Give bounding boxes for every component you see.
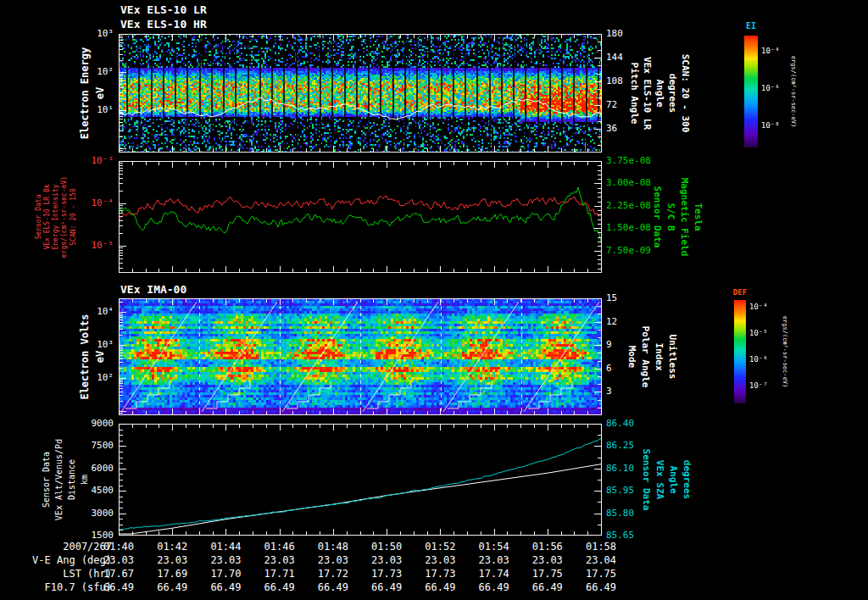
footer-value: 23.03 — [199, 555, 252, 565]
els-spectrogram-canvas — [119, 34, 602, 153]
y-tick-label: 6000 — [0, 464, 114, 473]
y-tick-label: 86.10 — [606, 464, 634, 473]
panel3-title: VEx IMA-00 — [120, 283, 186, 296]
y-tick-label: 10⁻³ — [0, 156, 114, 165]
els-y-axis-label: Electron Energy — [79, 47, 91, 139]
footer-value: 17.73 — [414, 569, 466, 579]
intensity-label-line: VEx ELS-10 LR Bk — [43, 184, 51, 249]
footer-value: 66.49 — [199, 582, 252, 592]
mode-label-line: Polar Angle — [640, 326, 651, 388]
footer-value: 66.49 — [360, 582, 413, 592]
footer-value: 23.03 — [414, 555, 466, 565]
y-tick-label: 7500 — [0, 441, 114, 450]
y-tick-label: 3.75e-08 — [606, 156, 651, 165]
y-tick-label: 6 — [606, 364, 612, 373]
y-tick-label: 10² — [0, 373, 114, 382]
time-tick-label: 01:42 — [146, 542, 198, 552]
colorbar-tick-label: 10⁻⁴ — [761, 47, 780, 55]
colorbar-tick-label: 10⁻⁴ — [749, 303, 768, 311]
footer-value: 17.72 — [307, 569, 359, 579]
mode-label-line: Mode — [626, 346, 637, 369]
sza-label-line: Angle — [668, 465, 679, 493]
y-tick-label: 36 — [606, 124, 617, 133]
y-tick-label: 7.50e-09 — [606, 246, 651, 255]
y-tick-label: 72 — [606, 100, 617, 109]
altitude-sza-canvas — [119, 424, 602, 536]
footer-value: 23.03 — [253, 555, 306, 565]
mode-label-line: Unitless — [667, 335, 678, 380]
sza-label-line: VEx SZA — [654, 460, 665, 499]
colorbar-tick-label: 10⁻⁶ — [761, 85, 780, 92]
y-tick-label: 3 — [606, 386, 612, 396]
time-tick-label: 01:50 — [360, 542, 413, 552]
y-tick-label: 144 — [606, 53, 623, 62]
footer-value: 23.03 — [360, 555, 413, 565]
footer-value: 66.49 — [253, 582, 306, 592]
pitch-angle-label-line: degrees — [667, 74, 678, 113]
footer-value: 17.67 — [92, 569, 145, 579]
y-tick-label: 108 — [606, 76, 623, 86]
ima-y-axis-label: Electron Volts — [79, 314, 91, 399]
bfield-label-line: Tesla — [693, 203, 704, 231]
footer-value: 23.03 — [468, 555, 520, 565]
ima-spectrogram-canvas — [119, 298, 602, 415]
sza-label-line: Sensor Data — [641, 449, 652, 511]
colorbar-tick-label: 10⁻⁵ — [749, 330, 768, 337]
y-tick-label: 15 — [606, 293, 617, 303]
footer-value: 17.71 — [253, 569, 306, 579]
y-tick-label: 9 — [606, 340, 612, 349]
y-tick-label: 3000 — [0, 508, 114, 518]
footer-value: 66.49 — [468, 582, 520, 592]
time-tick-label: 01:40 — [92, 542, 145, 552]
ima-colorbar-units-label: ergs/(cm²-sr-sec-eV) — [782, 316, 788, 387]
time-tick-label: 01:58 — [575, 542, 627, 552]
y-tick-label: 2.25e-08 — [606, 201, 651, 210]
y-tick-label: 10⁻⁵ — [0, 241, 114, 250]
colorbar-tick-label: 10⁻⁷ — [749, 382, 768, 390]
footer-value: 23.04 — [575, 555, 627, 565]
footer-value: 23.03 — [307, 555, 359, 565]
vex-orbit-summary-plot: VEx ELS-10 LR VEx ELS-10 HR VEx IMA-00 E… — [0, 0, 868, 600]
time-tick-label: 01:56 — [521, 542, 574, 552]
altitude-label-line: Sensor Data — [42, 452, 51, 508]
time-tick-label: 01:46 — [253, 542, 306, 552]
bfield-label-line: Magnetic Field — [679, 178, 690, 257]
y-tick-label: 1500 — [0, 531, 114, 540]
footer-value: 17.75 — [575, 569, 627, 579]
sza-label-line: degrees — [682, 460, 693, 499]
y-tick-label: 10³ — [0, 29, 114, 38]
y-tick-label: 85.65 — [606, 531, 634, 540]
ima-colorbar-title: DEF — [727, 289, 753, 297]
mode-label-line: Index — [654, 342, 665, 370]
y-tick-label: 86.40 — [606, 419, 634, 428]
pitch-angle-label-line: VEx ELS-10 LR — [642, 57, 653, 130]
intensity-label-line: SCAN: 20 - 150 — [70, 188, 77, 245]
footer-value: 17.73 — [360, 569, 413, 579]
footer-value: 17.69 — [146, 569, 198, 579]
y-tick-label: 180 — [606, 29, 623, 38]
y-tick-label: 9000 — [0, 419, 114, 428]
footer-value: 23.03 — [92, 555, 145, 565]
colorbar-tick-label: 10⁻⁶ — [749, 356, 768, 364]
y-tick-label: 3.00e-08 — [606, 178, 651, 187]
y-tick-label: 12 — [606, 317, 617, 326]
time-tick-label: 01:44 — [199, 542, 252, 552]
footer-value: 17.75 — [521, 569, 574, 579]
panel1-title-hr: VEx ELS-10 HR — [120, 18, 207, 31]
altitude-label-line: km — [80, 475, 89, 485]
footer-value: 66.49 — [414, 582, 466, 592]
pitch-angle-label-line: SCAN: 20 - 300 — [680, 54, 691, 133]
time-tick-label: 01:52 — [414, 542, 466, 552]
footer-value: 66.49 — [92, 582, 145, 592]
els-colorbar-units-label: ergs/(cm²-sr-sec-eV) — [790, 56, 797, 127]
y-tick-label: 10⁴ — [0, 307, 114, 316]
pitch-angle-label-line: Pitch Angle — [629, 63, 640, 125]
y-tick-label: 10⁻⁴ — [0, 198, 114, 208]
y-tick-label: 10² — [0, 67, 114, 76]
footer-value: 66.49 — [521, 582, 574, 592]
y-tick-label: 86.25 — [606, 441, 634, 450]
els-colorbar — [744, 36, 758, 147]
footer-value: 23.03 — [521, 555, 574, 565]
panel1-title-lr: VEx ELS-10 LR — [120, 3, 207, 16]
ima-y-axis-unit: eV — [94, 351, 106, 363]
